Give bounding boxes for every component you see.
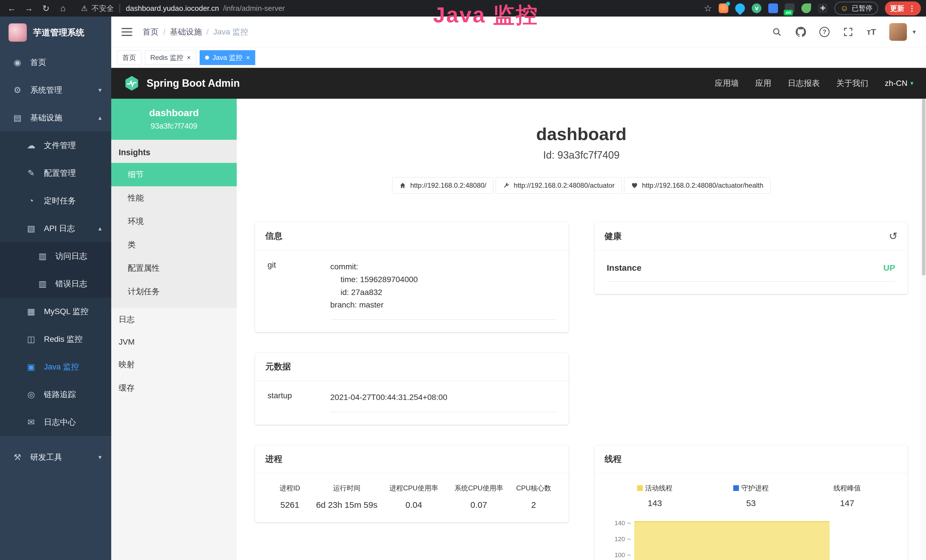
metadata-key: startup (268, 391, 330, 412)
sidebar-item-scheduled-job[interactable]: ◔ 定时任务 (0, 187, 111, 215)
sidebar-item-api-log[interactable]: ▧ API 日志 ▴ (0, 215, 111, 242)
health-url-link[interactable]: http://192.168.0.2:48080/actuator/health (624, 177, 770, 194)
peak-threads-value: 147 (799, 498, 895, 508)
top-header: 首页 / 基础设施 / Java 监控 ? (111, 17, 926, 47)
sidebar-item-error-log[interactable]: ▥ 错误日志 (0, 270, 111, 298)
inst-item-logs[interactable]: 日志 (111, 308, 237, 331)
extension-proxy-icon[interactable]: on (785, 3, 794, 13)
instance-name: dashboard (114, 107, 234, 118)
instance-id: 93a3fc7f7409 (114, 122, 234, 131)
sba-nav-wallboard[interactable]: 应用墙 (715, 78, 739, 89)
tab-redis-monitor[interactable]: Redis 监控 × (145, 50, 196, 65)
document-icon: ▥ (37, 279, 48, 289)
sidebar-item-log-center[interactable]: ✉ 日志中心 (0, 408, 111, 436)
wrench-icon (503, 182, 510, 189)
app-sidebar: 芋道管理系统 ◉ 首页 ⚙ 系统管理 ▾ ▤ 基础设施 ▴ ☁ 文件管理 ✎ (0, 17, 111, 560)
process-cpu-value: 0.04 (381, 500, 446, 510)
tab-java-monitor[interactable]: Java 监控 × (200, 50, 255, 65)
extensions-puzzle-icon[interactable]: ✚ (818, 3, 828, 13)
chrome-update-button[interactable]: 更新 ⋮ (885, 2, 921, 15)
url-path: /infra/admin-server (223, 4, 285, 13)
forward-icon[interactable]: → (22, 3, 35, 13)
sidebar-item-file-manage[interactable]: ☁ 文件管理 (0, 132, 111, 159)
inst-item-details[interactable]: 细节 (111, 163, 237, 186)
sba-nav-applications[interactable]: 应用 (755, 78, 772, 89)
chevron-down-icon: ▾ (98, 86, 101, 94)
back-icon[interactable]: ← (5, 3, 18, 13)
sidebar-item-system[interactable]: ⚙ 系统管理 ▾ (0, 76, 111, 104)
bookmark-star-icon[interactable]: ☆ (704, 3, 712, 14)
app-main: 首页 / 基础设施 / Java 监控 ? (111, 17, 926, 560)
sidebar-toggle-icon[interactable] (121, 28, 132, 36)
tab-home[interactable]: 首页 (117, 50, 141, 65)
inst-item-environment[interactable]: 环境 (111, 210, 237, 233)
sidebar-item-java-monitor[interactable]: ▣ Java 监控 (0, 353, 111, 381)
sidebar-item-mysql-monitor[interactable]: ▦ MySQL 监控 (0, 298, 111, 325)
fullscreen-icon[interactable] (843, 27, 853, 37)
sidebar-item-dev-tools[interactable]: ⚒ 研发工具 ▾ (0, 443, 111, 471)
sba-brand[interactable]: Spring Boot Admin (124, 75, 240, 91)
tags-bar: 首页 Redis 监控 × Java 监控 × (111, 47, 926, 68)
inst-item-caches[interactable]: 缓存 (111, 376, 237, 400)
user-avatar[interactable] (889, 23, 907, 41)
inst-item-config-props[interactable]: 配置属性 (111, 256, 237, 280)
insights-label: Insights (111, 140, 237, 163)
chevron-down-icon: ▾ (98, 454, 101, 461)
redis-icon: ◫ (26, 334, 36, 344)
active-threads-value: 143 (607, 498, 703, 508)
breadcrumb-infra[interactable]: 基础设施 (170, 27, 202, 37)
inst-item-jvm[interactable]: JVM (111, 331, 237, 353)
chevron-down-icon[interactable]: ▾ (912, 28, 916, 36)
inst-item-classes[interactable]: 类 (111, 233, 237, 256)
threads-card-header: 线程 (594, 445, 908, 473)
extension-leaf-icon[interactable] (801, 3, 811, 13)
reload-icon[interactable]: ↻ (39, 3, 53, 14)
y-tick: 120 (607, 536, 631, 543)
breadcrumb-home[interactable]: 首页 (142, 27, 159, 37)
font-size-icon[interactable]: тT (867, 27, 876, 37)
help-icon[interactable]: ? (819, 27, 830, 37)
inst-item-performance[interactable]: 性能 (111, 186, 237, 210)
instance-header: dashboard 93a3fc7f7409 (111, 99, 237, 140)
tab-close-icon[interactable]: × (187, 54, 191, 61)
trace-icon: ◎ (26, 389, 36, 400)
health-instance-row[interactable]: Instance UP (607, 261, 896, 282)
inst-item-scheduled[interactable]: 计划任务 (111, 280, 237, 303)
profile-paused-badge[interactable]: ☺ 已暂停 (834, 2, 878, 15)
search-icon[interactable] (772, 27, 782, 37)
monitor-icon: ▣ (26, 362, 36, 372)
sba-nav-journal[interactable]: 日志报表 (788, 78, 820, 89)
chevron-down-icon: ▾ (910, 80, 914, 87)
app-logo-row[interactable]: 芋道管理系统 (0, 17, 111, 48)
extension-badge (726, 2, 730, 6)
service-url-link[interactable]: http://192.168.0.2:48080/ (392, 177, 493, 194)
scrollbar[interactable] (921, 99, 926, 560)
locale-select[interactable]: zh-CN ▾ (885, 79, 914, 88)
info-value: commit: time: 1596289704000 id: 27aa832 … (330, 260, 556, 320)
extension-vue-icon[interactable]: v (752, 3, 761, 13)
extension-droplet-icon[interactable] (733, 2, 747, 15)
address-bar[interactable]: ⚠ 不安全 dashboard.yudao.iocoder.cn /infra/… (81, 3, 285, 14)
sidebar-item-infra[interactable]: ▤ 基础设施 ▴ (0, 104, 111, 132)
extension-fox-icon[interactable] (719, 3, 728, 13)
active-threads-swatch (637, 485, 643, 491)
sba-nav-about[interactable]: 关于我们 (837, 78, 869, 89)
sidebar-item-home[interactable]: ◉ 首页 (0, 48, 111, 76)
sidebar-item-access-log[interactable]: ▥ 访问日志 (0, 242, 111, 270)
scrollbar-thumb[interactable] (922, 99, 925, 275)
home-icon[interactable]: ⌂ (56, 3, 70, 13)
github-icon[interactable] (795, 27, 806, 37)
threads-card: 线程 活动线程 守护进程 线程峰值 143 53 14 (594, 445, 908, 560)
sidebar-item-trace[interactable]: ◎ 链路追踪 (0, 381, 111, 408)
sidebar-item-redis-monitor[interactable]: ◫ Redis 监控 (0, 325, 111, 353)
active-threads-area (634, 521, 830, 560)
not-secure-label: 不安全 (92, 3, 114, 14)
sidebar-item-config-manage[interactable]: ✎ 配置管理 (0, 159, 111, 187)
history-icon[interactable]: ↺ (889, 230, 897, 242)
inst-item-mappings[interactable]: 映射 (111, 353, 237, 376)
extension-grid-icon[interactable] (768, 3, 778, 13)
warning-icon: ⚠ (81, 4, 88, 13)
edit-icon: ✎ (26, 168, 36, 178)
tab-close-icon[interactable]: × (246, 54, 250, 61)
actuator-url-link[interactable]: http://192.168.0.2:48080/actuator (496, 177, 622, 194)
